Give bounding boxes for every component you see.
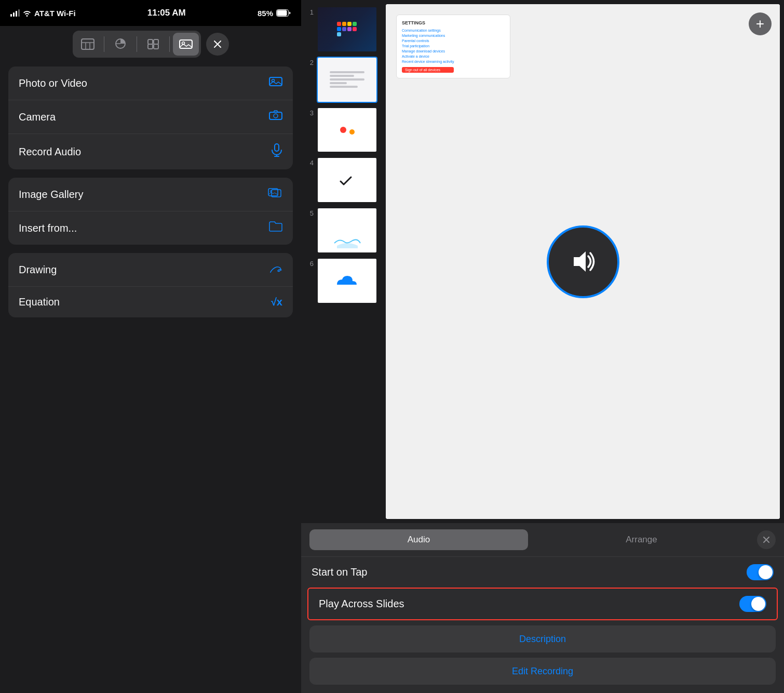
slide2-visual: [318, 58, 376, 102]
play-across-highlight-border: Play Across Slides: [307, 588, 778, 620]
svg-point-25: [271, 191, 272, 192]
menu-item-label-record-audio: Record Audio: [19, 146, 81, 158]
svg-rect-10: [154, 39, 158, 44]
menu-section-1: Photo or Video Camera Record Audio: [8, 66, 293, 169]
menu-item-label-equation: Equation: [19, 296, 60, 308]
wifi-icon: [22, 9, 32, 17]
svg-rect-2: [82, 39, 94, 49]
menu-item-photo-video[interactable]: Photo or Video: [8, 66, 293, 100]
slide-thumb-3[interactable]: 3: [301, 105, 382, 155]
menu-item-record-audio[interactable]: Record Audio: [8, 134, 293, 169]
slide-thumb-1[interactable]: 1: [301, 4, 382, 55]
gallery-icon: [268, 187, 282, 202]
equation-icon: √x: [271, 296, 282, 308]
menu-item-label-camera: Camera: [19, 111, 56, 123]
slide-thumbnails: 1: [301, 0, 382, 523]
menu-item-camera[interactable]: Camera: [8, 100, 293, 134]
speaker-icon: [566, 245, 600, 278]
signal-bar-1: [10, 14, 12, 17]
svg-rect-12: [180, 40, 192, 48]
divider-3: [169, 36, 170, 52]
thumb-img-2: [317, 57, 377, 103]
edit-recording-button[interactable]: Edit Recording: [309, 658, 776, 685]
toolbar-inner: [73, 31, 201, 58]
svg-rect-18: [269, 112, 282, 119]
mic-icon: [271, 143, 282, 160]
status-time: 11:05 AM: [147, 8, 186, 18]
slide6-visual: [318, 259, 376, 303]
play-across-slides-row: Play Across Slides: [308, 589, 777, 619]
toggle-knob-start-on-tap: [759, 565, 773, 579]
battery-label: 85%: [258, 9, 273, 18]
status-bar: AT&T Wi-Fi 11:05 AM 85%: [0, 0, 301, 26]
folder-icon: [269, 221, 282, 235]
signal-bar-2: [13, 12, 15, 17]
description-label: Description: [519, 634, 566, 645]
thumb-img-5: [317, 207, 377, 254]
panel-close-button[interactable]: [757, 530, 776, 549]
menu-item-label-photo-video: Photo or Video: [19, 77, 87, 89]
plus-button[interactable]: +: [749, 12, 772, 35]
start-on-tap-toggle[interactable]: [747, 564, 774, 580]
svg-rect-11: [148, 44, 153, 49]
media-icon: [179, 38, 193, 50]
slide-num-3: 3: [305, 109, 314, 117]
slide-thumb-5[interactable]: 5: [301, 205, 382, 256]
close-icon: [214, 41, 221, 48]
tool-table-button[interactable]: [75, 33, 101, 56]
carrier-label: AT&T Wi-Fi: [34, 9, 76, 18]
menu-item-insert-from[interactable]: Insert from...: [8, 211, 293, 245]
drawing-icon: [269, 262, 282, 277]
start-on-tap-row: Start on Tap: [301, 556, 784, 588]
chart-icon: [114, 38, 127, 50]
slide-num-2: 2: [305, 59, 314, 66]
svg-point-19: [274, 114, 278, 118]
tabs-row: Audio Arrange: [301, 523, 784, 556]
play-across-slides-label: Play Across Slides: [319, 598, 404, 610]
main-slide-preview: SETTINGS Communication settings Marketin…: [386, 4, 780, 519]
toolbar-close-button[interactable]: [206, 33, 229, 56]
camera-icon: [269, 110, 282, 124]
svg-rect-8: [148, 39, 153, 44]
status-left: AT&T Wi-Fi: [10, 9, 76, 18]
menu-item-label-drawing: Drawing: [19, 264, 57, 276]
table-icon: [81, 38, 94, 50]
play-across-slides-toggle[interactable]: [739, 596, 766, 612]
divider-1: [104, 36, 104, 52]
slide5-visual: [318, 208, 376, 252]
slide-num-5: 5: [305, 209, 314, 217]
slide-thumb-4[interactable]: 4: [301, 155, 382, 205]
thumb-img-1: [317, 6, 377, 52]
menu-item-label-image-gallery: Image Gallery: [19, 189, 84, 201]
slide-num-6: 6: [305, 260, 314, 268]
menu-section-3: Drawing Equation √x: [8, 253, 293, 317]
menu-item-image-gallery[interactable]: Image Gallery: [8, 178, 293, 211]
menu-item-drawing[interactable]: Drawing: [8, 253, 293, 287]
tab-arrange-button[interactable]: Arrange: [532, 529, 751, 550]
edit-recording-label: Edit Recording: [512, 666, 573, 677]
status-right: 85%: [258, 9, 291, 18]
tool-media-button[interactable]: [173, 33, 199, 56]
toolbar: [0, 26, 301, 62]
slide-num-4: 4: [305, 159, 314, 167]
toggle-knob-play-across: [751, 597, 765, 611]
menu-section-2: Image Gallery Insert from...: [8, 178, 293, 245]
battery-icon: [276, 9, 291, 17]
slide-num-1: 1: [305, 8, 314, 16]
slides-area: 1: [301, 0, 784, 523]
divider-2: [137, 36, 137, 52]
svg-rect-9: [154, 44, 158, 49]
slide-thumb-6[interactable]: 6: [301, 256, 382, 306]
tool-chart-button[interactable]: [107, 33, 133, 56]
menu-item-equation[interactable]: Equation √x: [8, 287, 293, 317]
slide-thumb-2[interactable]: 2: [301, 55, 382, 105]
svg-rect-20: [275, 144, 279, 151]
tool-shape-button[interactable]: [140, 33, 166, 56]
audio-icon-circle: [547, 225, 619, 298]
thumb-img-4: [317, 157, 377, 203]
close-x-icon: [763, 537, 769, 543]
svg-rect-1: [277, 10, 287, 16]
start-on-tap-label: Start on Tap: [312, 566, 367, 578]
description-button[interactable]: Description: [309, 625, 776, 652]
tab-audio-button[interactable]: Audio: [309, 529, 528, 550]
